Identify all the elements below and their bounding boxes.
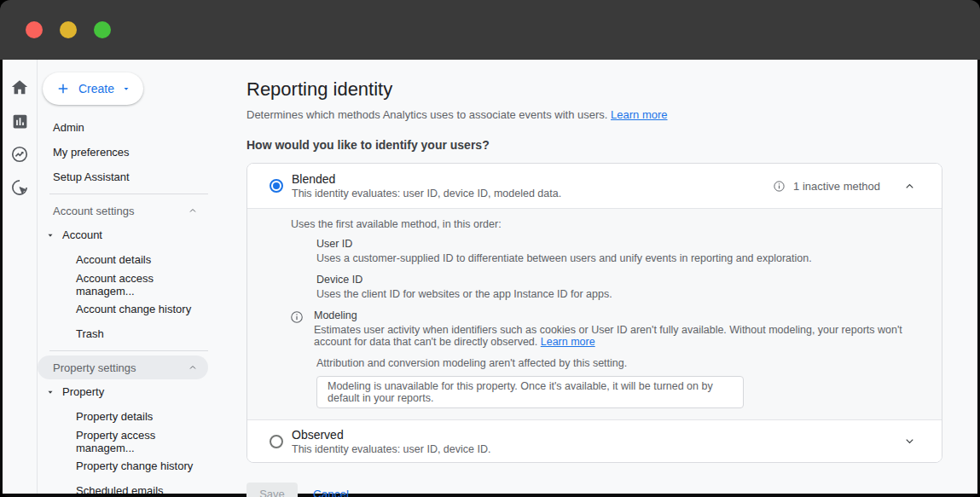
main-content: Reporting identity Determines which meth… — [246, 60, 977, 494]
plus-icon — [55, 81, 71, 96]
close-window-button[interactable] — [26, 21, 43, 38]
sidebar-item-account-change-history[interactable]: Account change history — [38, 297, 208, 321]
app-body: Create Admin My preferences Setup Assist… — [3, 60, 977, 494]
sidebar-item-scheduled-emails[interactable]: Scheduled emails — [38, 478, 208, 494]
blended-subtitle: This identity evaluates: user ID, device… — [292, 188, 773, 199]
chevron-down-icon — [122, 84, 130, 93]
modeling-description: Estimates user activity when identifiers… — [314, 324, 916, 348]
sidebar-divider — [49, 350, 208, 351]
sidebar-divider — [49, 194, 208, 194]
zoom-window-button[interactable] — [94, 21, 111, 38]
chevron-up-icon — [903, 180, 916, 193]
home-icon[interactable] — [10, 78, 29, 97]
section-label: Property settings — [53, 361, 136, 374]
blended-details-panel: Uses the first available method, in this… — [247, 208, 942, 420]
chevron-up-icon — [188, 205, 198, 216]
observed-title: Observed — [292, 428, 888, 442]
info-icon — [290, 310, 304, 324]
section-property-settings[interactable]: Property settings — [38, 355, 208, 379]
explore-icon[interactable] — [10, 145, 29, 164]
sidebar-item-admin[interactable]: Admin — [38, 115, 208, 140]
modeling-unavailable-notice: Modeling is unavailable for this propert… — [316, 376, 744, 408]
info-icon — [773, 180, 786, 193]
sidebar-nav: Admin My preferences Setup Assistant Acc… — [38, 115, 208, 494]
page-footer: Show all Save Cancel — [246, 483, 942, 497]
observed-radio[interactable] — [270, 435, 283, 448]
learn-more-link[interactable]: Learn more — [611, 108, 667, 121]
observed-option-row[interactable]: Observed This identity evaluates: user I… — [247, 420, 942, 462]
sidebar-item-property-access-management[interactable]: Property access managem... — [38, 429, 208, 454]
expand-observed-control[interactable] — [903, 435, 916, 448]
method-user-id: User ID Uses a customer-supplied ID to d… — [316, 238, 916, 264]
method-modeling: Modeling Estimates user activity when id… — [291, 309, 916, 348]
identity-options-card: Blended This identity evaluates: user ID… — [246, 163, 942, 463]
chevron-up-icon — [188, 362, 198, 373]
window-titlebar — [0, 0, 980, 60]
blended-option-row[interactable]: Blended This identity evaluates: user ID… — [247, 164, 942, 208]
identity-question: How would you like to identify your user… — [246, 138, 942, 152]
chevron-down-icon — [903, 435, 916, 448]
modeling-learn-more-link[interactable]: Learn more — [541, 336, 595, 348]
reports-icon[interactable] — [10, 112, 29, 130]
inactive-method-note: 1 inactive method — [793, 180, 880, 193]
modeling-title: Modeling — [314, 309, 916, 321]
group-label: Property — [62, 385, 104, 398]
page-description: Determines which methods Analytics uses … — [246, 108, 942, 121]
app-window: Create Admin My preferences Setup Assist… — [0, 0, 980, 497]
sidebar-item-my-preferences[interactable]: My preferences — [38, 140, 208, 165]
group-property[interactable]: Property — [38, 379, 208, 404]
sidebar-item-property-change-history[interactable]: Property change history — [38, 454, 208, 478]
group-account[interactable]: Account — [38, 222, 208, 247]
blended-title: Blended — [292, 172, 773, 186]
cancel-button[interactable]: Cancel — [313, 488, 349, 497]
section-label: Account settings — [53, 205, 134, 217]
create-button-label: Create — [78, 82, 114, 95]
methods-intro: Uses the first available method, in this… — [291, 218, 916, 230]
minimize-window-button[interactable] — [60, 21, 77, 38]
attribution-note: Attribution and conversion modeling aren… — [316, 357, 916, 369]
advertising-icon[interactable] — [10, 178, 29, 197]
blended-radio[interactable] — [270, 179, 283, 193]
sidebar-item-trash[interactable]: Trash — [38, 321, 208, 346]
observed-subtitle: This identity evaluates: user ID, device… — [292, 443, 888, 455]
save-button[interactable]: Save — [246, 483, 298, 497]
create-button[interactable]: Create — [43, 72, 143, 105]
admin-sidebar: Create Admin My preferences Setup Assist… — [38, 60, 246, 494]
sidebar-item-account-access-management[interactable]: Account access managem... — [38, 272, 208, 297]
page-title: Reporting identity — [246, 78, 942, 101]
sidebar-item-setup-assistant[interactable]: Setup Assistant — [38, 165, 208, 189]
group-label: Account — [62, 228, 102, 241]
method-device-id: Device ID Uses the client ID for website… — [316, 274, 916, 300]
sidebar-item-account-details[interactable]: Account details — [38, 247, 208, 272]
left-icon-rail — [3, 60, 38, 494]
collapse-blended-control[interactable] — [903, 180, 916, 193]
traffic-lights — [26, 21, 111, 38]
caret-down-icon — [46, 388, 55, 396]
sidebar-item-property-details[interactable]: Property details — [38, 404, 208, 429]
section-account-settings[interactable]: Account settings — [38, 199, 208, 222]
caret-down-icon — [46, 231, 55, 240]
